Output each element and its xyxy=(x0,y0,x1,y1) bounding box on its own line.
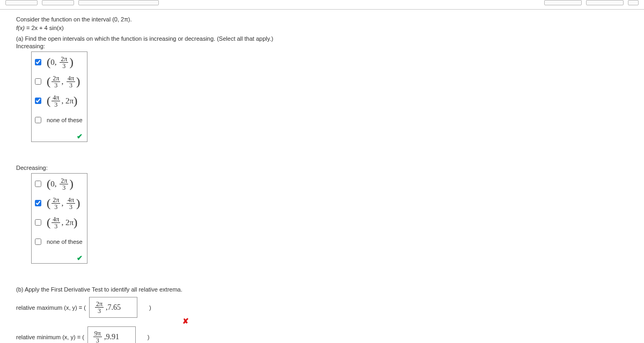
part-a-text: (a) Find the open intervals on which the… xyxy=(16,35,628,42)
choice-row: none of these xyxy=(35,113,83,127)
close-paren: ) xyxy=(148,334,150,340)
wrong-icon: ✘ xyxy=(182,317,189,325)
choice-row: ( 4π3, 2π ) xyxy=(35,215,83,229)
interval-2pi3-4pi3: ( 2π3, 4π3 ) xyxy=(47,197,80,210)
top-box xyxy=(42,0,74,5)
close-paren: ) xyxy=(149,304,151,311)
top-box xyxy=(544,0,582,5)
increasing-label: Increasing: xyxy=(16,43,628,49)
top-box xyxy=(5,0,38,5)
choice-row: none of these xyxy=(35,235,83,249)
increasing-choices: (0, 2π3 ) ( 2π3, 4π3 ) ( 4π3, xyxy=(31,51,87,142)
choice-row: (0, 2π3 ) xyxy=(35,177,83,191)
answer-input[interactable]: 2π3 ,7.65 xyxy=(89,297,137,318)
relative-min-row: relative minimum (x, y) = ( 9π3 ,9.91 ) … xyxy=(16,326,628,343)
choice-row: ( 4π3, 2π ) xyxy=(35,94,83,108)
checkbox[interactable] xyxy=(35,98,41,104)
checkbox[interactable] xyxy=(35,59,41,65)
top-box xyxy=(78,0,159,5)
checkbox[interactable] xyxy=(35,219,41,226)
choice-row: ( 2π3, 4π3 ) xyxy=(35,74,83,88)
checkbox[interactable] xyxy=(35,78,41,85)
relative-max-label: relative maximum (x, y) = ( xyxy=(16,304,86,311)
interval-0-2pi3: (0, 2π3 ) xyxy=(47,177,74,191)
interval-0-2pi3: (0, 2π3 ) xyxy=(47,56,74,69)
problem-intro: Consider the function on the interval (0… xyxy=(16,16,628,23)
interval-2pi3-4pi3: ( 2π3, 4π3 ) xyxy=(47,75,80,88)
top-box xyxy=(586,0,624,5)
checkbox[interactable] xyxy=(35,181,41,187)
interval-4pi3-2pi: ( 4π3, 2π ) xyxy=(47,94,77,108)
choice-row: ( 2π3, 4π3 ) xyxy=(35,196,83,210)
top-box xyxy=(628,0,639,5)
correct-icon: ✔ xyxy=(35,132,83,140)
relative-max-row: relative maximum (x, y) = ( 2π3 ,7.65 ) … xyxy=(16,297,628,318)
top-nav-placeholder xyxy=(0,0,644,10)
checkbox[interactable] xyxy=(35,117,41,123)
interval-4pi3-2pi: ( 4π3, 2π ) xyxy=(47,216,77,229)
choice-row: (0, 2π3 ) xyxy=(35,55,83,69)
checkbox[interactable] xyxy=(35,200,41,206)
answer-input[interactable]: 9π3 ,9.91 xyxy=(87,326,136,343)
none-of-these: none of these xyxy=(47,117,83,123)
function-definition: f(x) = 2x + 4 sin(x) xyxy=(16,25,628,31)
decreasing-label: Decreasing: xyxy=(16,165,628,171)
none-of-these: none of these xyxy=(47,238,83,245)
relative-min-label: relative minimum (x, y) = ( xyxy=(16,334,84,340)
decreasing-choices: (0, 2π3 ) ( 2π3, 4π3 ) ( 4π3, xyxy=(31,173,87,264)
part-b-text: (b) Apply the First Derivative Test to i… xyxy=(16,286,628,293)
checkbox[interactable] xyxy=(35,238,41,245)
correct-icon: ✔ xyxy=(35,254,83,262)
